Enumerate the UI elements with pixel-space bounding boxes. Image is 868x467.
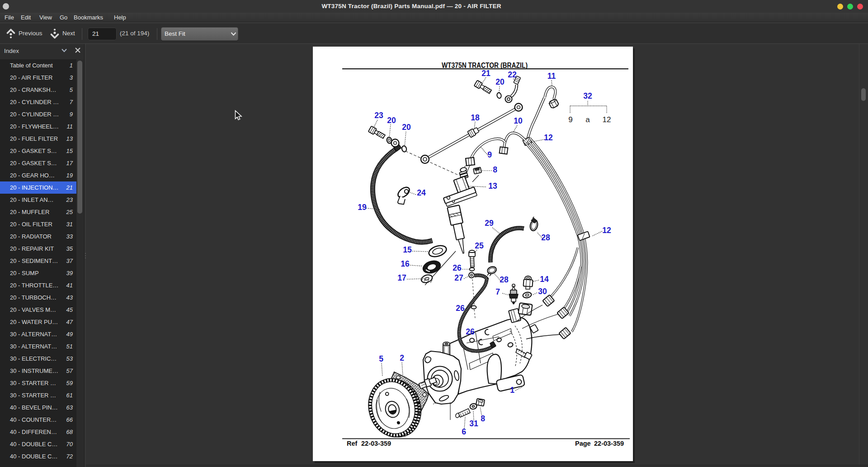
svg-text:22-03-359: 22-03-359	[361, 440, 391, 447]
svg-text:28: 28	[541, 233, 550, 242]
svg-text:20: 20	[495, 77, 505, 86]
svg-text:28: 28	[500, 275, 509, 284]
svg-text:9: 9	[487, 150, 492, 159]
svg-text:31: 31	[469, 419, 478, 428]
svg-text:5: 5	[379, 354, 383, 363]
svg-text:20: 20	[387, 116, 396, 125]
svg-text:8: 8	[493, 165, 497, 174]
svg-text:2: 2	[400, 353, 404, 362]
svg-text:32: 32	[583, 91, 592, 100]
svg-text:26: 26	[453, 263, 462, 272]
svg-text:6: 6	[462, 427, 466, 436]
svg-text:18: 18	[471, 113, 480, 122]
svg-text:13: 13	[488, 181, 497, 191]
svg-text:22: 22	[508, 70, 517, 79]
svg-text:12: 12	[544, 133, 553, 142]
svg-text:a: a	[585, 115, 590, 124]
svg-text:23: 23	[374, 111, 383, 120]
svg-text:26: 26	[466, 327, 475, 336]
svg-text:10: 10	[514, 116, 523, 125]
svg-text:22-03-359: 22-03-359	[594, 440, 624, 447]
svg-text:24: 24	[417, 188, 426, 197]
svg-text:WT375N TRACTOR (BRAZIL): WT375N TRACTOR (BRAZIL)	[442, 62, 528, 69]
svg-text:12: 12	[603, 115, 611, 124]
svg-text:16: 16	[401, 259, 410, 268]
svg-text:26: 26	[456, 304, 465, 313]
svg-text:30: 30	[538, 287, 547, 296]
svg-text:19: 19	[358, 203, 367, 212]
svg-text:7: 7	[495, 287, 500, 296]
svg-text:Page: Page	[575, 440, 591, 447]
svg-text:27: 27	[454, 273, 463, 282]
svg-text:1: 1	[510, 386, 514, 395]
svg-text:14: 14	[540, 275, 549, 284]
svg-text:29: 29	[485, 219, 494, 228]
svg-text:12: 12	[602, 226, 611, 235]
svg-text:15: 15	[403, 245, 412, 254]
svg-text:8: 8	[481, 414, 485, 423]
svg-text:25: 25	[475, 241, 484, 250]
svg-text:17: 17	[397, 273, 406, 282]
svg-text:21: 21	[481, 69, 491, 78]
svg-text:11: 11	[547, 71, 556, 81]
svg-text:Ref: Ref	[347, 440, 358, 447]
svg-text:9: 9	[568, 115, 572, 124]
svg-text:20: 20	[402, 123, 411, 132]
